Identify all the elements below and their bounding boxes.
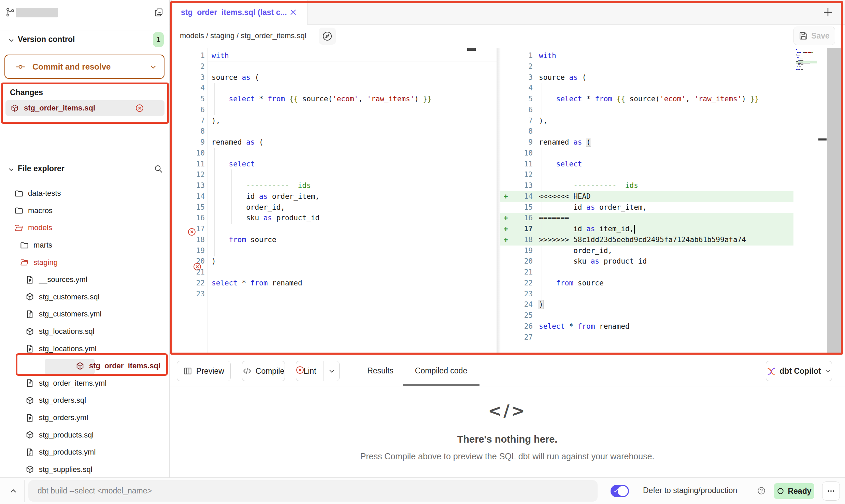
file-tree-item-staging[interactable]: staging bbox=[0, 254, 169, 271]
model-icon bbox=[25, 465, 34, 474]
file-tree-item--sources-yml[interactable]: __sources.yml bbox=[0, 271, 169, 288]
code-line-right-9[interactable]: 9renamed as ( bbox=[500, 137, 845, 148]
file-tree-item-macros[interactable]: macros bbox=[0, 202, 169, 220]
commit-options-dropdown[interactable] bbox=[142, 55, 164, 78]
close-icon[interactable] bbox=[289, 8, 297, 16]
file-tree-item-stg-orders-yml[interactable]: stg_orders.yml bbox=[0, 409, 169, 427]
model-icon bbox=[75, 361, 85, 371]
command-input[interactable] bbox=[28, 480, 598, 502]
lint-options-dropdown[interactable] bbox=[324, 361, 339, 381]
file-tree-item-marts[interactable]: marts bbox=[0, 237, 169, 254]
code-line-right-8[interactable]: 8 bbox=[500, 126, 845, 137]
code-line-right-12[interactable]: 12 bbox=[500, 169, 845, 180]
diff-added-marker bbox=[500, 299, 512, 310]
file-name: stg_locations.yml bbox=[39, 344, 97, 353]
code-line-right-2[interactable]: 2 bbox=[500, 61, 845, 72]
code-line-right-13[interactable]: 13 ---------- ids bbox=[500, 180, 845, 191]
caret-up-icon[interactable] bbox=[8, 486, 18, 496]
line-number: 6 bbox=[512, 105, 533, 116]
minimap[interactable] bbox=[796, 49, 817, 71]
diff-added-marker bbox=[500, 169, 512, 180]
commit-and-resolve-button[interactable]: Commit and resolve bbox=[4, 55, 164, 79]
file-tree-item-stg-products-sql[interactable]: stg_products.sql bbox=[0, 426, 169, 444]
code-line-right-4[interactable]: 4 bbox=[500, 83, 845, 94]
code-pane-working[interactable]: 1with23source as (45 select * from {{ so… bbox=[500, 48, 845, 354]
code-line-right-25[interactable]: 25 bbox=[500, 310, 845, 321]
code-line-right-24[interactable]: 24) bbox=[500, 299, 845, 310]
dbt-copilot-button[interactable]: dbt Copilot bbox=[766, 361, 832, 381]
line-number: 13 bbox=[170, 180, 205, 191]
tab-results[interactable]: Results bbox=[356, 356, 405, 386]
line-content: source as ( bbox=[205, 72, 259, 83]
toolbar-divider bbox=[346, 356, 346, 386]
file-tree-item-stg-locations-yml[interactable]: stg_locations.yml bbox=[0, 340, 169, 357]
file-tree-item-stg-order-items-sql[interactable]: stg_order_items.sql bbox=[0, 357, 169, 375]
version-control-section-header[interactable]: Version control 1 bbox=[0, 31, 169, 50]
line-number: 24 bbox=[512, 299, 533, 310]
code-line-right-10[interactable]: 10 bbox=[500, 148, 845, 159]
line-content: renamed as ( bbox=[205, 137, 263, 148]
file-name: stg_orders.sql bbox=[39, 396, 86, 405]
file-explorer-section-header[interactable]: File explorer bbox=[0, 157, 169, 181]
code-line-right-3[interactable]: 3source as ( bbox=[500, 72, 845, 83]
file-tree-item-stg-supplies-sql[interactable]: stg_supplies.sql bbox=[0, 461, 169, 478]
file-explorer-label: File explorer bbox=[18, 164, 65, 173]
compile-button[interactable]: Compile bbox=[242, 361, 285, 381]
file-tree-item-data-tests[interactable]: data-tests bbox=[0, 185, 169, 202]
left-pane-scrollbar[interactable] bbox=[467, 48, 476, 51]
code-line-right-27[interactable]: 27 bbox=[500, 332, 845, 343]
right-pane-scrollbar[interactable] bbox=[827, 48, 841, 354]
file-tree-item-models[interactable]: models bbox=[0, 219, 169, 237]
code-line-right-19[interactable]: 19 order_id, bbox=[500, 246, 845, 256]
discard-change-icon[interactable] bbox=[135, 104, 144, 113]
code-line-right-11[interactable]: 11 select bbox=[500, 159, 845, 170]
search-icon[interactable] bbox=[154, 164, 163, 174]
preview-button[interactable]: Preview bbox=[177, 361, 231, 381]
code-line-right-14[interactable]: +14<<<<<<< HEAD bbox=[500, 191, 845, 202]
file-name: data-tests bbox=[28, 189, 61, 198]
file-tree-item-stg-locations-sql[interactable]: stg_locations.sql bbox=[0, 323, 169, 340]
code-line-right-1[interactable]: 1with bbox=[500, 50, 845, 61]
code-line-right-23[interactable]: 23 bbox=[500, 289, 845, 300]
doc-icon bbox=[25, 413, 34, 423]
discard-change-icon[interactable] bbox=[193, 262, 202, 271]
help-icon[interactable] bbox=[757, 486, 766, 495]
code-line-right-21[interactable]: 21 bbox=[500, 267, 845, 278]
code-line-right-17[interactable]: +17 id as item_id, bbox=[500, 224, 845, 235]
save-button[interactable]: Save bbox=[793, 27, 835, 45]
file-tree-item-stg-customers-sql[interactable]: stg_customers.sql bbox=[0, 288, 169, 306]
file-tree-item-stg-customers-yml[interactable]: stg_customers.yml bbox=[0, 306, 169, 323]
code-line-left-14: 14 id as order_item, bbox=[170, 191, 497, 202]
tab-stg-order-items[interactable]: stg_order_items.sql (last c... bbox=[171, 0, 307, 25]
new-tab-plus-icon[interactable] bbox=[821, 5, 835, 19]
file-tree-item-stg-orders-sql[interactable]: stg_orders.sql bbox=[0, 392, 169, 409]
line-number: 14 bbox=[512, 191, 533, 202]
code-line-right-18[interactable]: +18>>>>>>> 58c1dd23d5eebd9cd2495fa7124ab… bbox=[500, 235, 845, 246]
code-line-right-5[interactable]: 5 select * from {{ source('ecom', 'raw_i… bbox=[500, 94, 845, 105]
preview-label: Preview bbox=[196, 367, 224, 376]
defer-toggle[interactable] bbox=[611, 485, 629, 497]
code-editor[interactable]: 1with23source as (45 select * from {{ so… bbox=[170, 48, 845, 354]
code-line-right-6[interactable]: 6 bbox=[500, 105, 845, 116]
file-name: models bbox=[28, 223, 52, 232]
code-line-right-15[interactable]: 15 id as order_item, bbox=[500, 202, 845, 213]
discard-change-icon[interactable] bbox=[187, 227, 196, 236]
code-line-right-7[interactable]: 7), bbox=[500, 116, 845, 127]
code-line-right-20[interactable]: 20 sku as product_id bbox=[500, 256, 845, 267]
tab-compiled-code[interactable]: Compiled code bbox=[403, 356, 479, 386]
file-tree-item-stg-order-items-yml[interactable]: stg_order_items.yml bbox=[0, 375, 169, 392]
status-badge-ready[interactable]: Ready bbox=[774, 483, 814, 499]
code-line-right-26[interactable]: 26select * from renamed bbox=[500, 321, 845, 332]
code-line-right-22[interactable]: 22 from source bbox=[500, 278, 845, 289]
changed-file-row[interactable]: stg_order_items.sql bbox=[5, 100, 164, 116]
line-content bbox=[205, 169, 212, 180]
discard-change-icon[interactable] bbox=[296, 366, 304, 374]
copy-icon[interactable] bbox=[154, 7, 164, 17]
code-line-right-16[interactable]: +16======= bbox=[500, 213, 845, 224]
lineage-icon[interactable] bbox=[319, 28, 336, 45]
more-options-button[interactable] bbox=[822, 481, 840, 501]
file-tree-item-stg-products-yml[interactable]: stg_products.yml bbox=[0, 444, 169, 461]
diff-added-marker bbox=[500, 148, 512, 159]
status-circle-icon bbox=[777, 487, 784, 495]
line-content: select bbox=[533, 159, 582, 170]
